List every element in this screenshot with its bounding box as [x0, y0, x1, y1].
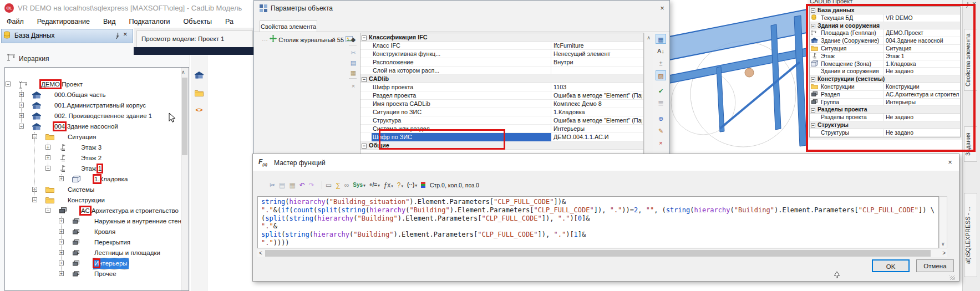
copy-icon[interactable]: ▤	[279, 181, 285, 189]
property-row[interactable]: Класс IFCIfcFurniture	[360, 42, 643, 50]
tree-row[interactable]: +Интерьеры	[4, 258, 177, 269]
scroll-up-icon[interactable]: ∧	[644, 35, 653, 40]
tree-row[interactable]: +000.Общая часть	[4, 90, 177, 100]
ok-button[interactable]: OK	[872, 259, 910, 272]
menu-item-Подкаталоги[interactable]: Подкаталоги	[129, 16, 170, 28]
plus-eq-icon[interactable]: +/=▾	[369, 182, 380, 188]
buildings-icon[interactable]	[194, 71, 205, 82]
ruler-icon[interactable]: ▭	[326, 181, 332, 189]
menu-item-Редактирование[interactable]: Редактирование	[37, 16, 90, 28]
tree-row[interactable]: +Этаж 3	[4, 142, 177, 153]
tab-element-properties[interactable]: Свойства элемента	[260, 21, 317, 32]
property-row[interactable]: Слой на котором расп...	[360, 67, 643, 75]
redo-icon[interactable]: ↷	[309, 181, 314, 189]
tree-row[interactable]: +Системы	[4, 185, 177, 195]
link-icon[interactable]: ∞	[344, 181, 349, 189]
delete-param-icon[interactable]: ×	[656, 138, 666, 148]
tree-row[interactable]: +1.Кладовка	[4, 174, 177, 185]
function-wizard-dialog: F(x) Мастер функций × ✂▤▦↶↷▭∑∞Sys▾+/=▾ƒx…	[252, 154, 959, 282]
property-row[interactable]: СтруктураОшибка в методе "Element" (Пара…	[360, 116, 643, 125]
tree-row[interactable]: −004 Здание насосной	[4, 121, 177, 132]
scroll-down-icon[interactable]: ∨	[941, 241, 945, 247]
menu-item-Ра[interactable]: Ра	[225, 16, 233, 28]
sum-icon[interactable]: ∑	[336, 181, 341, 189]
collapse-icon[interactable]: −	[362, 77, 367, 82]
editor-vertical-scrollbar[interactable]: ∨	[939, 196, 947, 248]
tree-row[interactable]: +Прочее	[4, 269, 177, 279]
tree-row[interactable]: +002. Производственное здание 1	[4, 111, 177, 121]
tree-row[interactable]: −Конструкции	[4, 195, 177, 206]
property-name: Слой на котором расп...	[373, 67, 550, 75]
menu-item-Вид[interactable]: Вид	[103, 16, 116, 28]
delete-icon[interactable]: ×	[349, 81, 358, 90]
scroll-up-icon[interactable]: ∧	[181, 69, 189, 75]
folder-icon[interactable]	[194, 89, 205, 100]
tree-item-label: Системы	[67, 185, 95, 195]
colors-icon[interactable]	[421, 182, 425, 188]
pin-icon[interactable]	[115, 32, 121, 39]
tab-divider	[254, 32, 669, 32]
edit-param-icon[interactable]: ✎	[656, 126, 666, 136]
tree-row[interactable]: +Лестницы и площадки	[4, 248, 177, 258]
paste-icon[interactable]: ▦	[349, 68, 358, 77]
database-icon	[3, 31, 12, 42]
copy-icon[interactable]: ▤	[349, 58, 358, 67]
formula-editor[interactable]: string(hierarchy("Building_situation").E…	[257, 196, 939, 248]
edit-form-icon[interactable]: ▨	[656, 70, 666, 80]
scroll-left-icon[interactable]: <	[259, 251, 262, 256]
close-icon[interactable]: ×	[945, 158, 955, 166]
fx-icon: F(x)	[258, 158, 267, 166]
menu-item-Объекты[interactable]: Объекты	[183, 16, 212, 28]
tree-row[interactable]: −ДЕМО Проект	[4, 79, 177, 90]
undo-icon[interactable]: ↶	[299, 181, 305, 189]
scroll-right-icon[interactable]: >	[942, 251, 946, 256]
collapse-icon[interactable]: −	[6, 81, 11, 86]
collapse-icon[interactable]: −	[362, 144, 367, 149]
tag-icon[interactable]: ◆	[349, 35, 358, 44]
column-divider	[551, 42, 551, 49]
xml-icon[interactable]: <>	[194, 106, 205, 118]
plus-minus-icon[interactable]: ±	[656, 58, 666, 68]
tab-model-view[interactable]: Просмотр модели: Проект 1	[136, 30, 253, 47]
grid-scrollbar[interactable]: ∧	[644, 33, 653, 155]
fx-icon[interactable]: ƒx▾	[384, 181, 393, 189]
tree-row[interactable]: −АС Архитектура и строительство	[4, 206, 177, 216]
parens-icon[interactable]: (··)▾	[407, 182, 417, 188]
property-value: ДЕМО.004.1.1.АС.И	[554, 133, 642, 141]
property-row[interactable]: Шифр проекта1103	[360, 83, 643, 91]
property-row[interactable]: Конструктивная функц...Ненесущий элемент	[360, 50, 643, 58]
tree-row[interactable]: +Кровля	[4, 227, 177, 237]
resize-grip[interactable]	[949, 275, 955, 280]
checklist-icon[interactable]: ☰	[656, 98, 666, 108]
menu-item-Файл[interactable]: Файл	[7, 16, 24, 28]
cut-icon[interactable]: ✂	[349, 48, 358, 57]
close-icon[interactable]: ×	[123, 30, 128, 38]
property-row[interactable]: Имя проекта CADLibКомплекс Демо 8	[360, 100, 643, 108]
property-group-row[interactable]: −CADlib	[360, 75, 643, 83]
property-row[interactable]: РасположениеВнутри	[360, 58, 643, 67]
tree-row[interactable]: +001.Административный корпус	[4, 100, 177, 111]
sys-icon[interactable]: Sys▾	[353, 182, 365, 188]
tree-row[interactable]: +Наружные и внутренние стены	[4, 216, 177, 227]
element-tree-item[interactable]: ··· Столик журнальный 55	[262, 35, 353, 43]
property-row[interactable]: Ситуация по ЗИС1.Кладовка	[360, 108, 643, 116]
tree-row[interactable]: −Этаж 1	[4, 164, 177, 174]
tree-scrollbar-thumb[interactable]	[182, 78, 187, 155]
tree-row[interactable]: +Перекрытия	[4, 237, 177, 248]
property-row[interactable]: Раздел проектаОшибка в методе "Element" …	[360, 91, 643, 100]
paste-icon[interactable]: ▦	[289, 181, 295, 189]
side-tab-3[interactable]: al)\SQLEXPRESS - ...	[964, 193, 977, 277]
wizard-help-icon[interactable]: ?▾	[397, 181, 403, 189]
cut-icon[interactable]: ✂	[270, 181, 275, 189]
cancel-button[interactable]: Отмена	[916, 259, 954, 272]
close-icon[interactable]: ×	[657, 4, 667, 12]
tree-row[interactable]: −Ситуация	[4, 132, 177, 142]
collapse-icon[interactable]: −	[362, 35, 367, 40]
tree-row[interactable]: +Этаж 2	[4, 153, 177, 164]
add-param-icon[interactable]: ⊕	[656, 114, 666, 124]
sort-az-icon[interactable]: A↓	[656, 46, 666, 56]
property-group-row[interactable]: −Классификация IFC	[360, 33, 643, 42]
hscroll-thumb[interactable]	[265, 250, 931, 257]
categorized-icon[interactable]: ▦	[656, 34, 666, 44]
check-table-icon[interactable]: ✔	[656, 86, 666, 96]
